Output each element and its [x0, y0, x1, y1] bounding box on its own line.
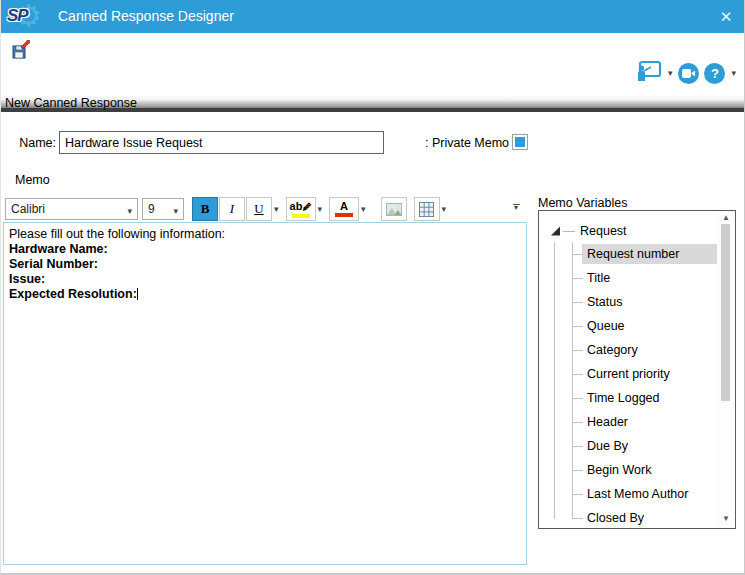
name-label: Name:	[14, 136, 56, 150]
insert-table-button[interactable]	[414, 197, 440, 221]
tree-item-status[interactable]: Status	[539, 290, 717, 314]
tree-item-due-by[interactable]: Due By	[539, 434, 717, 458]
tree-item-time-logged[interactable]: Time Logged	[539, 386, 717, 410]
tree-root-request[interactable]: Request	[539, 220, 627, 242]
tree-connector	[572, 326, 583, 327]
font-family-value: Calibri	[11, 202, 45, 216]
tree-item-label: Queue	[587, 318, 628, 335]
help-glyph: ?	[711, 66, 719, 81]
presenter-board-icon[interactable]	[635, 60, 662, 86]
memo-line: Serial Number:	[9, 257, 521, 272]
tree-item-last-memo-author[interactable]: Last Memo Author	[539, 482, 717, 506]
table-caret-icon[interactable]: ▾	[441, 204, 448, 214]
tree-item-title[interactable]: Title	[539, 266, 717, 290]
tree-connector	[563, 231, 575, 232]
italic-button[interactable]: I	[219, 197, 245, 221]
section-header-bar: New Canned Response	[1, 95, 745, 112]
rich-text-toolbar: Calibri ▾ 9 ▾ B I U ▾ ab🖉 ▾	[3, 196, 527, 222]
tree-item-queue[interactable]: Queue	[539, 314, 717, 338]
save-icon	[10, 40, 30, 60]
memo-line: Please fill out the following informatio…	[9, 227, 521, 242]
tree-connector	[572, 494, 583, 495]
bold-button[interactable]: B	[192, 197, 218, 221]
presenter-dropdown-caret-icon[interactable]: ▾	[667, 68, 674, 78]
tree-connector	[572, 350, 583, 351]
tree-item-label: Last Memo Author	[587, 486, 691, 503]
toolbar-overflow-icon[interactable]: ▾	[511, 204, 521, 211]
tree-item-category[interactable]: Category	[539, 338, 717, 362]
underline-caret-icon[interactable]: ▾	[273, 204, 280, 214]
tree-connector	[572, 302, 583, 303]
scroll-down-icon[interactable]: ▼	[717, 512, 735, 526]
font-color-button[interactable]: A	[329, 197, 359, 221]
memo-variables-label: Memo Variables	[538, 196, 627, 210]
tree-item-request-number[interactable]: Request number	[539, 242, 717, 266]
canned-response-designer-window: ⚙ SP Canned Response Designer ✕ ▾	[0, 0, 745, 575]
underline-button[interactable]: U	[246, 197, 272, 221]
private-memo-checkbox[interactable]	[512, 134, 528, 150]
memo-line: Expected Resolution:	[9, 287, 521, 302]
memo-textarea[interactable]: Please fill out the following informatio…	[3, 222, 527, 565]
tree-item-label: Category	[587, 342, 641, 359]
app-logo: ⚙ SP	[5, 2, 49, 32]
tree-item-begin-work[interactable]: Begin Work	[539, 458, 717, 482]
memo-editor: Calibri ▾ 9 ▾ B I U ▾ ab🖉 ▾	[3, 196, 527, 565]
section-title: New Canned Response	[5, 96, 137, 110]
table-grid-icon	[419, 202, 434, 217]
tree-connector	[572, 446, 583, 447]
font-color-swatch	[335, 213, 353, 217]
close-icon[interactable]: ✕	[716, 7, 736, 27]
font-size-value: 9	[148, 202, 155, 216]
tree-connector	[572, 422, 583, 423]
scroll-up-icon[interactable]: ▲	[717, 211, 735, 225]
tree-connector	[572, 518, 583, 519]
tree-connector	[572, 278, 583, 279]
tree-item-label: Status	[587, 294, 625, 311]
tree-item-label: Due By	[587, 438, 631, 455]
variables-tree: Request Request numberTitleStatusQueueCa…	[539, 211, 717, 528]
top-right-toolbar: ▾ ? ▾	[635, 60, 737, 86]
scrollbar-thumb[interactable]	[721, 224, 730, 401]
tree-item-header[interactable]: Header	[539, 410, 717, 434]
insert-image-button[interactable]	[381, 197, 407, 221]
font-size-caret-icon: ▾	[172, 206, 179, 216]
window-title: Canned Response Designer	[58, 8, 234, 24]
font-color-caret-icon[interactable]: ▾	[360, 204, 367, 214]
title-bar: ⚙ SP Canned Response Designer ✕	[1, 0, 745, 33]
variables-scrollbar[interactable]: ▲ ▼	[717, 211, 735, 528]
save-button[interactable]	[10, 40, 30, 60]
tree-root-label: Request	[580, 224, 627, 238]
tree-item-label: Request number	[587, 246, 682, 263]
font-family-select[interactable]: Calibri ▾	[5, 198, 138, 220]
memo-line: Issue:	[9, 272, 521, 287]
memo-variables-panel: Request Request numberTitleStatusQueueCa…	[538, 210, 736, 529]
tree-item-label: Closed By	[587, 510, 647, 527]
help-dropdown-caret-icon[interactable]: ▾	[730, 68, 737, 78]
font-color-label: A	[340, 201, 348, 212]
checkbox-checked-mark	[515, 137, 525, 147]
pencil-icon: 🖉	[302, 202, 311, 212]
private-memo-label: : Private Memo	[425, 136, 509, 150]
highlight-label: ab🖉	[290, 201, 312, 213]
video-icon[interactable]	[678, 63, 699, 84]
help-icon[interactable]: ?	[704, 63, 725, 84]
tree-connector	[572, 470, 583, 471]
name-input[interactable]	[59, 131, 384, 154]
image-icon	[386, 203, 402, 216]
highlight-button[interactable]: ab🖉	[286, 197, 316, 221]
font-size-select[interactable]: 9 ▾	[142, 198, 184, 220]
expander-collapse-icon[interactable]	[551, 227, 560, 236]
tree-item-label: Current priority	[587, 366, 673, 383]
tree-item-closed-by[interactable]: Closed By	[539, 506, 717, 529]
tree-item-label: Header	[587, 414, 631, 431]
font-family-caret-icon: ▾	[126, 206, 133, 216]
highlight-color-swatch	[292, 214, 310, 218]
tree-item-current-priority[interactable]: Current priority	[539, 362, 717, 386]
logo-text: SP	[7, 6, 28, 26]
highlight-caret-icon[interactable]: ▾	[317, 204, 324, 214]
tree-connector	[572, 254, 583, 255]
tree-item-label: Begin Work	[587, 462, 654, 479]
memo-line: Hardware Name:	[9, 242, 521, 257]
text-cursor	[137, 288, 138, 300]
tree-connector	[572, 398, 583, 399]
